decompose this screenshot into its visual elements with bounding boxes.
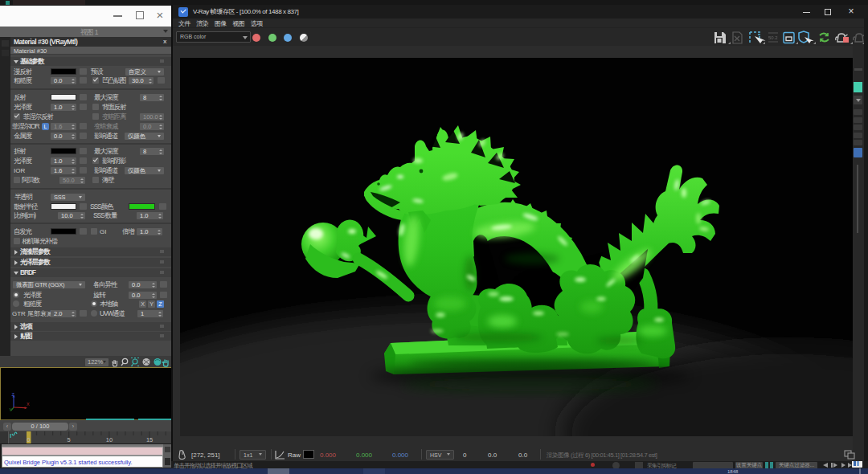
svg-text:10: 10 [106, 436, 113, 443]
svg-text:50.2: 50.2 [768, 35, 778, 40]
svg-text:Z: Z [12, 392, 15, 397]
svg-text:X: X [27, 402, 30, 407]
svg-text:0: 0 [27, 436, 30, 443]
svg-text:Y: Y [9, 407, 12, 412]
svg-text:5: 5 [68, 436, 71, 443]
svg-text:15: 15 [146, 436, 153, 443]
